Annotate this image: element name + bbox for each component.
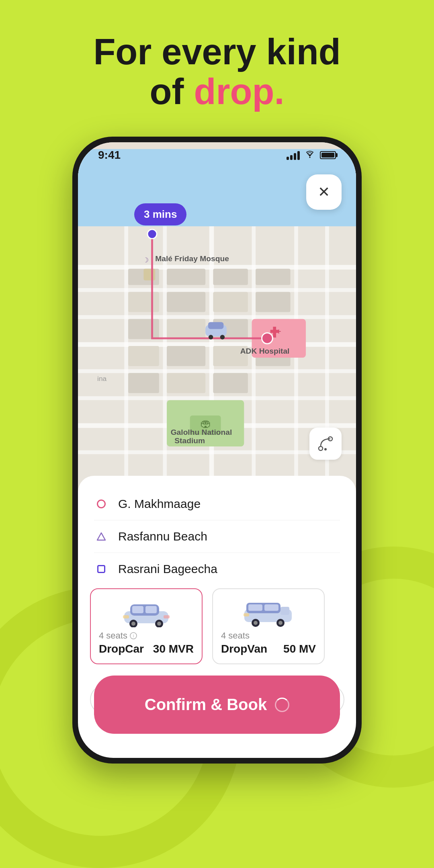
svg-point-78	[254, 621, 258, 625]
route-icon[interactable]	[309, 428, 342, 460]
svg-rect-8	[78, 396, 356, 400]
dropvan-name: DropVan	[221, 643, 267, 655]
svg-point-65	[131, 622, 135, 626]
svg-point-44	[147, 229, 157, 239]
dropcar-seats: 4 seats i	[99, 631, 137, 641]
origin-icon	[94, 497, 108, 511]
svg-rect-43	[143, 269, 155, 280]
signal-icon	[287, 150, 300, 160]
svg-text:i: i	[133, 634, 134, 638]
svg-rect-34	[167, 373, 205, 393]
vehicle-card-dropvan[interactable]: 4 seats DropVan 50 MV	[212, 588, 325, 664]
destination-name: Rasrani Bageecha	[118, 562, 217, 576]
dropcar-name: DropCar	[99, 643, 144, 655]
headline-of: of	[150, 72, 194, 112]
origin-name: G. Makhmaage	[118, 497, 201, 511]
svg-rect-74	[248, 604, 262, 611]
phone-screen: 9:41	[78, 142, 356, 758]
vehicle-card-dropcar[interactable]: 4 seats i DropCar 30 MVR	[90, 588, 203, 664]
svg-rect-18	[167, 269, 205, 285]
svg-rect-24	[256, 292, 291, 312]
location-item-origin: G. Makhmaage	[94, 488, 340, 520]
svg-marker-59	[97, 533, 105, 540]
svg-rect-7	[78, 369, 356, 373]
svg-rect-47	[208, 322, 223, 329]
svg-rect-25	[128, 319, 159, 339]
location-panel: G. Makhmaage Rasfannu Beach Rasrani Bage…	[78, 476, 356, 597]
svg-rect-5	[78, 315, 356, 319]
waypoint-icon	[94, 529, 108, 544]
svg-text:ina: ina	[97, 375, 106, 383]
dropvan-seats: 4 seats	[221, 631, 250, 641]
svg-point-58	[324, 448, 327, 450]
svg-rect-35	[213, 373, 248, 393]
svg-rect-69	[164, 615, 170, 618]
svg-rect-76	[280, 607, 289, 615]
svg-rect-20	[256, 269, 291, 285]
svg-point-67	[157, 622, 161, 626]
svg-text:☽: ☽	[143, 256, 149, 264]
headline-line1: For every kind	[0, 32, 434, 72]
svg-rect-42	[270, 330, 279, 333]
svg-rect-62	[132, 606, 143, 613]
confirm-book-button[interactable]: Confirm & Book	[94, 676, 340, 734]
svg-rect-30	[167, 346, 205, 366]
status-time: 9:41	[98, 149, 121, 162]
svg-rect-33	[128, 373, 159, 393]
headline-section: For every kind of drop.	[0, 32, 434, 112]
svg-rect-68	[123, 615, 129, 618]
status-icons	[287, 150, 336, 160]
svg-point-48	[209, 335, 213, 340]
svg-text:Stadium: Stadium	[174, 436, 205, 445]
headline-brand: drop.	[194, 72, 284, 112]
destination-icon	[94, 562, 108, 576]
battery-icon	[320, 151, 336, 159]
vehicle-section: 4 seats i DropCar 30 MVR	[78, 580, 356, 672]
svg-rect-11	[124, 226, 128, 485]
dropcar-price: 30 MVR	[153, 643, 194, 655]
svg-point-49	[220, 335, 225, 340]
dropvan-price: 50 MV	[283, 643, 316, 655]
svg-text:Galolhu National: Galolhu National	[171, 428, 232, 436]
svg-rect-29	[128, 346, 159, 366]
time-badge: 3 mins	[134, 203, 186, 225]
loading-spinner	[275, 698, 289, 712]
location-item-waypoint: Rasfannu Beach	[94, 520, 340, 553]
phone-wrapper: 9:41	[72, 137, 362, 764]
confirm-book-label: Confirm & Book	[145, 696, 267, 714]
svg-rect-23	[213, 292, 248, 312]
svg-point-45	[262, 333, 272, 344]
headline-line2: of drop.	[0, 72, 434, 112]
waypoint-name: Rasfannu Beach	[118, 530, 207, 543]
svg-rect-4	[78, 288, 356, 292]
status-bar: 9:41	[78, 142, 356, 168]
svg-point-80	[278, 621, 283, 625]
close-button[interactable]: ✕	[306, 174, 342, 210]
svg-text:ADK Hospital: ADK Hospital	[240, 347, 290, 355]
dropvan-info: DropVan 50 MV	[221, 643, 316, 655]
svg-point-0	[309, 157, 310, 158]
map-area: 🏟 +	[78, 142, 356, 492]
svg-rect-81	[244, 613, 249, 616]
svg-rect-63	[145, 606, 157, 613]
svg-rect-26	[167, 319, 205, 339]
svg-rect-75	[264, 604, 278, 611]
wifi-icon	[305, 150, 315, 160]
svg-rect-21	[128, 292, 159, 312]
svg-rect-19	[213, 269, 248, 285]
dropcar-info: DropCar 30 MVR	[99, 643, 194, 655]
svg-point-56	[319, 446, 323, 450]
svg-text:Malé Friday Mosque: Malé Friday Mosque	[155, 254, 229, 263]
svg-rect-22	[167, 292, 205, 312]
svg-rect-12	[163, 226, 167, 485]
phone-frame: 9:41	[72, 137, 362, 764]
